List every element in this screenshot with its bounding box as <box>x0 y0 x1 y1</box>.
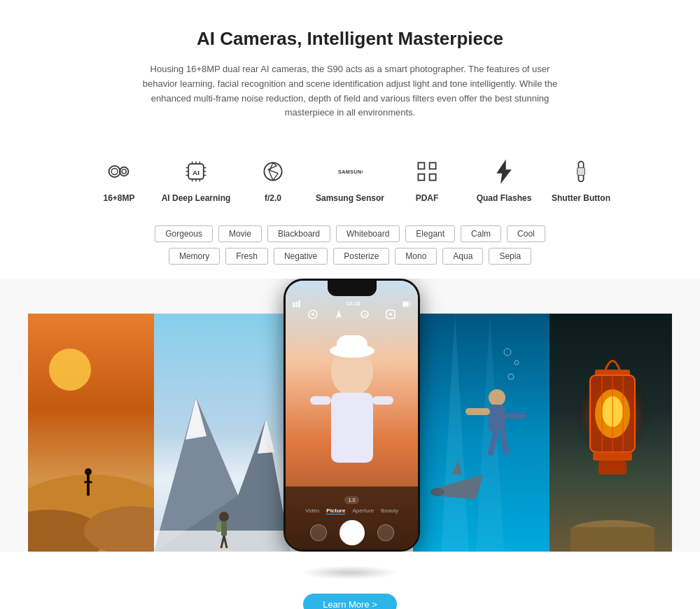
svg-point-84 <box>430 488 444 496</box>
svg-marker-68 <box>336 310 342 318</box>
feature-pdaf: PDAF <box>388 155 465 204</box>
feature-quad-flashes-label: Quad Flashes <box>477 193 532 204</box>
filter-posterize[interactable]: Posterize <box>333 248 389 265</box>
mountain-image <box>154 314 290 552</box>
svg-point-39 <box>85 468 92 475</box>
feature-ai-label: AI Deep Learning <box>162 193 231 204</box>
feature-ai: AI AI Deep Learning <box>158 155 234 204</box>
svg-line-20 <box>270 172 273 181</box>
svg-rect-95 <box>593 452 632 461</box>
feature-aperture-label: f/2.0 <box>265 193 281 204</box>
aperture-icon <box>257 155 289 188</box>
svg-rect-60 <box>293 302 295 307</box>
filter-blackboard[interactable]: Blackboard <box>267 225 330 242</box>
svg-rect-98 <box>570 527 654 552</box>
svg-text:HD: HD <box>363 313 369 317</box>
feature-samsung: SAMSUNG Samsung Sensor <box>312 155 388 204</box>
svg-rect-49 <box>221 522 227 536</box>
svg-point-3 <box>122 169 126 174</box>
learn-more-button[interactable]: Learn More > <box>303 594 397 609</box>
filter-cool[interactable]: Cool <box>507 225 545 242</box>
camera-tab-picture[interactable]: Picture <box>326 507 345 514</box>
svg-point-67 <box>312 313 314 316</box>
filter-elegant[interactable]: Elegant <box>405 225 455 242</box>
filter-mono[interactable]: Mono <box>395 248 437 265</box>
filter-row-1: Gorgeous Movie Blackboard Whiteboard Ele… <box>155 225 545 242</box>
svg-rect-26 <box>418 163 424 169</box>
features-row: 16+8MP AI <box>0 134 700 218</box>
feature-megapixel-label: 16+8MP <box>103 193 134 204</box>
svg-rect-55 <box>331 393 373 463</box>
camera-gallery-btn[interactable] <box>310 524 327 541</box>
svg-point-76 <box>489 389 505 406</box>
page-wrapper: AI Cameras, Intelligent Masterpiece Hous… <box>0 0 700 609</box>
samsung-icon: SAMSUNG <box>334 155 366 188</box>
header-section: AI Cameras, Intelligent Masterpiece Hous… <box>0 0 700 134</box>
svg-rect-28 <box>418 174 424 181</box>
desert-image <box>28 314 154 552</box>
feature-pdaf-label: PDAF <box>416 193 439 204</box>
filter-movie[interactable]: Movie <box>218 225 262 242</box>
phone-container: 12:10 HD <box>284 279 420 552</box>
gallery-section: 12:10 HD <box>0 279 700 552</box>
svg-rect-78 <box>465 408 490 415</box>
filter-row-2: Memory Fresh Negative Posterize Mono Aqu… <box>169 248 531 265</box>
svg-rect-79 <box>505 413 526 419</box>
svg-marker-30 <box>498 162 510 182</box>
svg-rect-61 <box>295 302 298 307</box>
page-description: Housing 16+8MP dual rear AI cameras, the… <box>133 62 567 120</box>
svg-point-2 <box>120 167 129 176</box>
shutter-icon <box>565 155 597 188</box>
ai-chip-icon: AI <box>180 155 212 188</box>
bottom-section: Learn More > <box>0 552 700 609</box>
camera-dual-icon <box>103 155 135 188</box>
filter-section: Gorgeous Movie Blackboard Whiteboard Ele… <box>0 218 700 279</box>
camera-tab-aperture[interactable]: Aperture <box>352 507 374 514</box>
camera-shutter-btn[interactable] <box>340 520 365 545</box>
svg-rect-77 <box>489 405 505 433</box>
svg-rect-59 <box>372 396 393 405</box>
phone-notch <box>328 281 377 296</box>
feature-quad-flashes: Quad Flashes <box>465 155 542 204</box>
focus-icon <box>411 155 443 188</box>
svg-text:SAMSUNG: SAMSUNG <box>338 169 363 175</box>
filter-calm[interactable]: Calm <box>461 225 501 242</box>
filter-memory[interactable]: Memory <box>169 248 220 265</box>
filter-fresh[interactable]: Fresh <box>225 248 268 265</box>
camera-tab-beauty[interactable]: Beauty <box>381 507 398 514</box>
filter-gorgeous[interactable]: Gorgeous <box>155 225 213 242</box>
svg-rect-96 <box>598 461 626 475</box>
lantern-image <box>550 314 672 552</box>
phone-screen: 12:10 HD <box>286 281 418 550</box>
svg-rect-64 <box>403 302 408 306</box>
svg-rect-62 <box>298 300 300 307</box>
feature-megapixel: 16+8MP <box>80 155 158 204</box>
svg-point-34 <box>49 349 91 391</box>
camera-tab-video[interactable]: Video <box>305 507 319 514</box>
svg-rect-38 <box>87 475 90 496</box>
camera-flip-btn[interactable] <box>377 524 394 541</box>
camera-tabs: Video Picture Aperture Beauty <box>286 507 418 514</box>
filter-negative[interactable]: Negative <box>274 248 328 265</box>
svg-rect-27 <box>430 163 436 169</box>
svg-point-0 <box>109 166 120 177</box>
svg-point-48 <box>219 512 229 522</box>
svg-rect-32 <box>578 168 585 176</box>
filter-sepia[interactable]: Sepia <box>489 248 531 265</box>
svg-rect-57 <box>337 335 368 355</box>
feature-aperture: f/2.0 <box>234 155 312 204</box>
filter-whiteboard[interactable]: Whiteboard <box>336 225 400 242</box>
svg-rect-90 <box>595 370 630 375</box>
svg-point-1 <box>111 169 118 175</box>
svg-point-72 <box>389 313 392 316</box>
svg-rect-29 <box>430 174 436 181</box>
flash-icon <box>488 155 520 188</box>
underwater-image <box>413 314 550 552</box>
svg-rect-50 <box>216 522 221 532</box>
feature-samsung-label: Samsung Sensor <box>316 193 384 204</box>
phone-mockup: 12:10 HD <box>284 279 420 552</box>
svg-text:AI: AI <box>192 169 200 176</box>
filter-aqua[interactable]: Aqua <box>442 248 483 265</box>
svg-rect-65 <box>410 303 411 305</box>
feature-shutter: Shutter Button <box>542 155 620 204</box>
